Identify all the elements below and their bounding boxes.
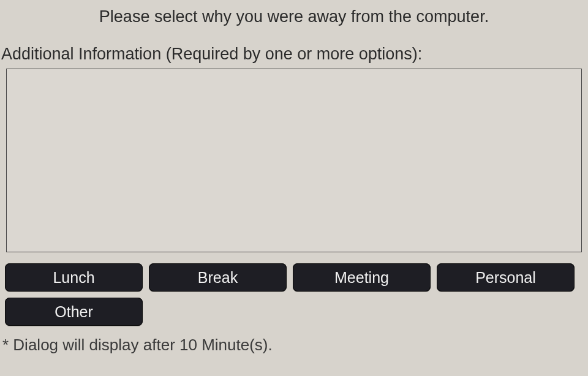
reason-break-button[interactable]: Break xyxy=(149,263,287,291)
additional-info-label: Additional Information (Required by one … xyxy=(0,45,588,69)
reason-lunch-button[interactable]: Lunch xyxy=(5,263,143,291)
reason-meeting-button[interactable]: Meeting xyxy=(293,263,431,291)
additional-info-input[interactable] xyxy=(6,69,582,252)
reason-personal-button[interactable]: Personal xyxy=(437,263,575,291)
dialog-title: Please select why you were away from the… xyxy=(0,5,588,45)
dialog-footnote: * Dialog will display after 10 Minute(s)… xyxy=(0,331,588,355)
reason-other-button[interactable]: Other xyxy=(5,298,143,326)
reason-button-row: Lunch Break Meeting Personal Other xyxy=(0,260,588,331)
